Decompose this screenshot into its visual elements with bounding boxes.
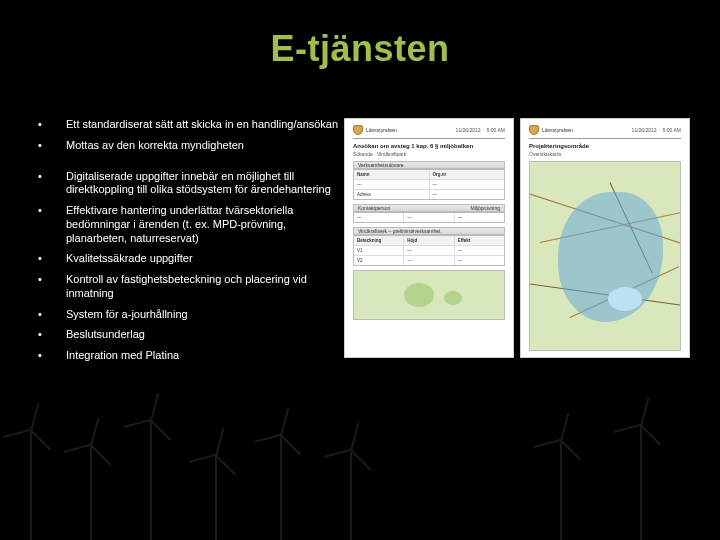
- cell: —: [404, 246, 454, 255]
- bullet-text: Mottas av den korrekta myndigheten: [66, 139, 244, 153]
- bullet-text: System för a-jourhållning: [66, 308, 188, 322]
- cell: V1: [354, 246, 404, 255]
- doc1-table-3: BeteckningHöjdEffekt V1—— V2——: [353, 235, 505, 266]
- bullet-item: •System för a-jourhållning: [38, 308, 340, 322]
- doc1-title: Ansökan om avsteg 1 kap. 6 § miljöbalken: [353, 143, 505, 149]
- document-thumbnails: Länsstyrelsen 11/26/20125:00 AM Ansökan …: [344, 118, 696, 370]
- doc2-subtitle: Översiktskarta: [529, 151, 681, 157]
- bullet-marker: •: [38, 170, 44, 198]
- bullet-text: Digitaliserade uppgifter innebär en möjl…: [66, 170, 340, 198]
- turbine-icon: [30, 430, 32, 540]
- bullet-marker: •: [38, 252, 44, 266]
- turbine-icon: [640, 425, 642, 540]
- bullet-marker: •: [38, 118, 44, 132]
- cell: Namn: [354, 170, 430, 179]
- crest-icon: [353, 125, 363, 135]
- doc1-section-2: KontaktpersonMiljöprövning: [353, 204, 505, 212]
- cell: Adress: [354, 190, 430, 199]
- cell: —: [430, 180, 505, 189]
- doc1-date: 11/26/2012: [456, 127, 481, 133]
- cell: Höjd: [404, 236, 454, 245]
- bullet-item: •Kontroll av fastighetsbeteckning och pl…: [38, 273, 340, 301]
- doc1-table-1: NamnOrg.nr —— Adress—: [353, 169, 505, 200]
- bullet-marker: •: [38, 204, 44, 245]
- sec-label: Kontaktperson: [358, 205, 390, 211]
- cell: —: [404, 256, 454, 265]
- bullet-marker: •: [38, 308, 44, 322]
- turbine-icon: [280, 435, 282, 540]
- cell: —: [455, 246, 504, 255]
- bullet-marker: •: [38, 139, 44, 153]
- cell: —: [404, 213, 454, 222]
- turbine-icon: [560, 440, 562, 540]
- doc2-date: 11/26/2012: [632, 127, 657, 133]
- turbine-icon: [350, 450, 352, 540]
- bullet-list-column: •Ett standardiserat sätt att skicka in e…: [0, 118, 340, 370]
- slide-title: E-tjänsten: [0, 0, 720, 70]
- bullet-marker: •: [38, 273, 44, 301]
- crest-label: Länsstyrelsen: [366, 127, 397, 133]
- bullet-item: •Mottas av den korrekta myndigheten: [38, 139, 340, 153]
- agency-crest: Länsstyrelsen: [529, 125, 573, 135]
- bullet-item: •Digitaliserade uppgifter innebär en möj…: [38, 170, 340, 198]
- bullet-marker: •: [38, 349, 44, 363]
- crest-icon: [529, 125, 539, 135]
- doc2-header: Länsstyrelsen 11/26/20125:00 AM: [529, 125, 681, 139]
- bullet-list: •Ett standardiserat sätt att skicka in e…: [38, 118, 340, 363]
- document-preview-2: Länsstyrelsen 11/26/20125:00 AM Projekte…: [520, 118, 690, 358]
- bullet-item: •Effektivare hantering underlättar tvärs…: [38, 204, 340, 245]
- sec-label: Miljöprövning: [471, 205, 500, 211]
- bullet-marker: •: [38, 328, 44, 342]
- cell: —: [430, 190, 505, 199]
- bullet-text: Effektivare hantering underlättar tvärse…: [66, 204, 340, 245]
- doc1-minimap: [353, 270, 505, 320]
- crest-label: Länsstyrelsen: [542, 127, 573, 133]
- cell: V2: [354, 256, 404, 265]
- doc1-time: 5:00 AM: [487, 127, 505, 133]
- bullet-text: Kontroll av fastighetsbeteckning och pla…: [66, 273, 340, 301]
- cell: Org.nr: [430, 170, 505, 179]
- agency-crest: Länsstyrelsen: [353, 125, 397, 135]
- cell: —: [354, 213, 404, 222]
- bullet-item: •Integration med Platina: [38, 349, 340, 363]
- bullet-text: Kvalitetssäkrade uppgifter: [66, 252, 193, 266]
- list-spacer: [38, 160, 340, 170]
- doc1-section-3: Vindkraftverk – preliminärverksamhet: [353, 227, 505, 235]
- cell: Beteckning: [354, 236, 404, 245]
- doc1-dates: 11/26/20125:00 AM: [456, 127, 505, 133]
- cell: —: [455, 256, 504, 265]
- doc2-map: [529, 161, 681, 351]
- content-area: •Ett standardiserat sätt att skicka in e…: [0, 118, 720, 370]
- doc1-section-1: Verksamhetsutövare: [353, 161, 505, 169]
- doc2-title: Projekteringsområde: [529, 143, 681, 149]
- doc1-subtitle: Sökande · Vindkraftpark: [353, 151, 505, 157]
- turbine-icon: [150, 420, 152, 540]
- turbine-icon: [90, 445, 92, 540]
- cell: —: [455, 213, 504, 222]
- bullet-item: •Ett standardiserat sätt att skicka in e…: [38, 118, 340, 132]
- cell: Effekt: [455, 236, 504, 245]
- doc1-table-2: ———: [353, 212, 505, 223]
- doc2-time: 5:00 AM: [663, 127, 681, 133]
- doc2-dates: 11/26/20125:00 AM: [632, 127, 681, 133]
- wind-turbines-decoration: [0, 390, 720, 540]
- doc1-header: Länsstyrelsen 11/26/20125:00 AM: [353, 125, 505, 139]
- bullet-item: •Kvalitetssäkrade uppgifter: [38, 252, 340, 266]
- document-preview-1: Länsstyrelsen 11/26/20125:00 AM Ansökan …: [344, 118, 514, 358]
- bullet-item: •Beslutsunderlag: [38, 328, 340, 342]
- turbine-icon: [215, 455, 217, 540]
- bullet-text: Integration med Platina: [66, 349, 179, 363]
- cell: —: [354, 180, 430, 189]
- bullet-text: Ett standardiserat sätt att skicka in en…: [66, 118, 338, 132]
- bullet-text: Beslutsunderlag: [66, 328, 145, 342]
